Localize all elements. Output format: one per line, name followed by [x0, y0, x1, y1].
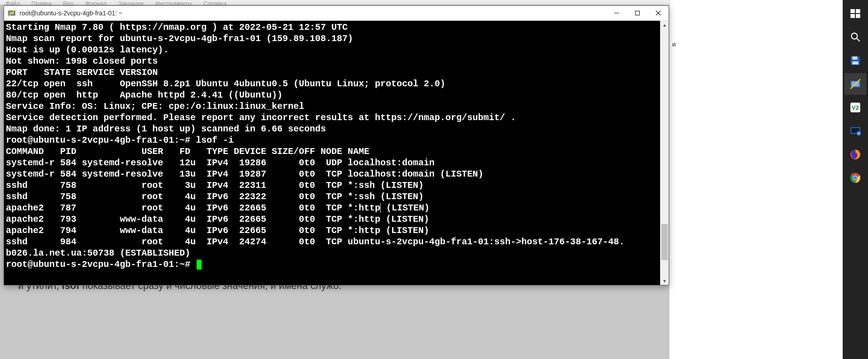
- svg-rect-4: [636, 11, 640, 15]
- terminal-line: b026.la.net.ua:50738 (ESTABLISHED): [6, 247, 659, 259]
- putty-window: root@ubuntu-s-2vcpu-4gb-fra1-01: ~ Start…: [4, 5, 669, 285]
- text-caret: [380, 203, 381, 213]
- svg-line-12: [857, 38, 860, 42]
- svg-rect-14: [853, 61, 859, 65]
- putty-taskbar-icon[interactable]: [844, 73, 866, 95]
- svg-point-26: [854, 176, 857, 180]
- vnc-icon[interactable]: V2: [844, 97, 866, 118]
- svg-point-11: [851, 33, 857, 39]
- terminal-output[interactable]: Starting Nmap 7.80 ( https://nmap.org ) …: [4, 21, 660, 285]
- scroll-down-arrow[interactable]: ▼: [660, 277, 669, 285]
- svg-rect-8: [856, 9, 860, 13]
- terminal-line: sshd 758 root 4u IPv6 22322 0t0 TCP *:ss…: [6, 191, 659, 202]
- firefox-icon[interactable]: [844, 144, 866, 165]
- terminal-line: apache2 793 www-data 4u IPv6 22665 0t0 T…: [6, 214, 659, 225]
- terminal-line: Service detection performed. Please repo…: [6, 112, 659, 123]
- search-icon[interactable]: [844, 26, 866, 48]
- terminal-line: Nmap scan report for ubuntu-s-2vcpu-4gb-…: [6, 33, 659, 44]
- terminal-line: 22/tcp open ssh OpenSSH 8.2p1 Ubuntu 4ub…: [6, 78, 659, 89]
- block-cursor: [197, 260, 202, 270]
- svg-text:V2: V2: [852, 104, 859, 111]
- terminal-line: apache2 787 root 4u IPv6 22665 0t0 TCP *…: [6, 202, 659, 214]
- terminal-prompt[interactable]: root@ubuntu-s-2vcpu-4gb-fra1-01:~#: [6, 259, 659, 270]
- terminal-line: Nmap done: 1 IP address (1 host up) scan…: [6, 123, 659, 135]
- scroll-up-arrow[interactable]: ▲: [660, 21, 669, 29]
- remote-terminal-icon[interactable]: [844, 120, 866, 142]
- save-disk-icon[interactable]: [844, 50, 866, 71]
- terminal-line: COMMAND PID USER FD TYPE DEVICE SIZE/OFF…: [6, 146, 659, 157]
- svg-rect-13: [853, 56, 858, 59]
- window-title-bar[interactable]: root@ubuntu-s-2vcpu-4gb-fra1-01: ~: [4, 6, 669, 21]
- svg-rect-7: [850, 9, 855, 13]
- terminal-line: 80/tcp open http Apache httpd 2.4.41 ((U…: [6, 89, 659, 101]
- os-taskbar: V2: [843, 0, 868, 359]
- desktop: Файл Правка Вид Журнал Закладки Инструме…: [0, 0, 868, 359]
- maximize-button[interactable]: [627, 6, 648, 20]
- terminal-line: Not shown: 1998 closed ports: [6, 56, 659, 67]
- svg-rect-10: [856, 14, 860, 18]
- terminal-line: apache2 794 www-data 4u IPv6 22665 0t0 T…: [6, 225, 659, 236]
- terminal-line: sshd 984 root 4u IPv4 24274 0t0 TCP ubun…: [6, 236, 659, 247]
- close-button[interactable]: [648, 6, 669, 20]
- minimize-button[interactable]: [606, 6, 627, 20]
- svg-rect-9: [850, 14, 855, 18]
- doc-edge-text: и: [672, 41, 676, 48]
- terminal-line: Service Info: OS: Linux; CPE: cpe:/o:lin…: [6, 101, 659, 112]
- scroll-thumb[interactable]: [661, 224, 668, 260]
- vertical-scrollbar[interactable]: ▲ ▼: [660, 21, 669, 285]
- terminal-line: Host is up (0.00012s latency).: [6, 44, 659, 56]
- terminal-line: PORT STATE SERVICE VERSION: [6, 67, 659, 78]
- app-menu-bar: Файл Правка Вид Журнал Закладки Инструме…: [0, 0, 677, 5]
- terminal-line: systemd-r 584 systemd-resolve 12u IPv4 1…: [6, 157, 659, 168]
- terminal-body: Starting Nmap 7.80 ( https://nmap.org ) …: [4, 21, 669, 285]
- svg-point-22: [857, 131, 861, 135]
- chrome-icon[interactable]: [844, 167, 866, 189]
- terminal-line: Starting Nmap 7.80 ( https://nmap.org ) …: [6, 22, 659, 33]
- terminal-line: sshd 758 root 3u IPv4 22311 0t0 TCP *:ss…: [6, 180, 659, 191]
- terminal-line: systemd-r 584 systemd-resolve 13u IPv4 1…: [6, 168, 659, 180]
- windows-start-icon[interactable]: [844, 3, 866, 24]
- background-document-edge: и: [669, 0, 843, 359]
- putty-icon: [8, 9, 16, 17]
- terminal-line: root@ubuntu-s-2vcpu-4gb-fra1-01:~# lsof …: [6, 135, 659, 146]
- window-title: root@ubuntu-s-2vcpu-4gb-fra1-01: ~: [19, 9, 606, 17]
